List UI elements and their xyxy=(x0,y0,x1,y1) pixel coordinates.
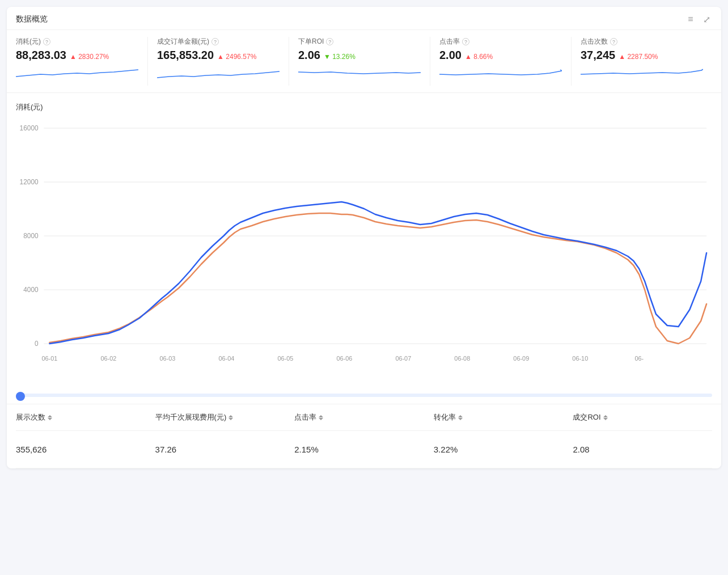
kpi-label-gmv: 成交订单金额(元) ? xyxy=(157,37,280,46)
cell-impressions: 355,626 xyxy=(16,445,155,454)
scrollbar-track[interactable] xyxy=(16,394,712,397)
kpi-change-ctr: ▲ 8.66% xyxy=(465,53,493,61)
sort-cvr-icon[interactable] xyxy=(458,415,463,420)
svg-text:12000: 12000 xyxy=(20,178,39,186)
info-icon-ctr[interactable]: ? xyxy=(462,38,469,45)
col-cvr-label: 转化率 xyxy=(434,412,456,422)
scrollbar-area xyxy=(7,389,721,404)
svg-text:06-10: 06-10 xyxy=(572,355,588,362)
info-icon-clicks[interactable]: ? xyxy=(610,38,617,45)
sort-down-icon xyxy=(48,418,52,420)
svg-text:8000: 8000 xyxy=(23,232,39,240)
sort-cpm-icon[interactable] xyxy=(228,415,233,420)
cell-roi: 2.08 xyxy=(573,445,712,454)
kpi-row: 消耗(元) ? 88,283.03 ▲ 2830.27% 成交订单金额(元) ?… xyxy=(7,30,721,93)
sort-up-icon xyxy=(228,415,233,417)
kpi-sparkline-gmv xyxy=(157,65,280,83)
kpi-change-roi: ▼ 13.26% xyxy=(324,53,355,61)
svg-text:06-08: 06-08 xyxy=(454,355,470,362)
kpi-value-row-roi: 2.06 ▼ 13.26% xyxy=(298,49,421,62)
cell-ctr: 2.15% xyxy=(294,445,434,454)
kpi-label-roi: 下单ROI ? xyxy=(298,37,421,46)
chart-container: 16000 12000 8000 4000 0 06-01 06-02 06-0… xyxy=(16,117,712,389)
kpi-card-roi: 下单ROI ? 2.06 ▼ 13.26% xyxy=(289,37,430,86)
svg-text:16000: 16000 xyxy=(20,124,39,132)
col-roi-label: 成交ROI xyxy=(573,412,600,422)
info-icon-roi[interactable]: ? xyxy=(326,38,333,45)
table-header: 展示次数 平均千次展现费用(元) 点击率 xyxy=(16,404,712,431)
sort-up-icon xyxy=(319,415,323,417)
sort-ctr-icon[interactable] xyxy=(319,415,323,420)
svg-text:06-06: 06-06 xyxy=(336,355,352,362)
col-impressions-label: 展示次数 xyxy=(16,412,45,422)
kpi-value-ctr: 2.00 xyxy=(439,49,462,62)
kpi-label-clicks: 点击次数 ? xyxy=(581,37,703,46)
kpi-change-clicks: ▲ 2287.50% xyxy=(619,53,658,61)
orange-line xyxy=(49,213,706,344)
kpi-change-gmv: ▲ 2496.57% xyxy=(217,53,256,61)
col-header-cpm[interactable]: 平均千次展现费用(元) xyxy=(155,412,295,422)
cell-cvr: 3.22% xyxy=(434,445,573,454)
svg-text:06-04: 06-04 xyxy=(218,355,234,362)
kpi-value-gmv: 165,853.20 xyxy=(157,49,214,62)
kpi-value-row-clicks: 37,245 ▲ 2287.50% xyxy=(581,49,703,62)
kpi-sparkline-ctr xyxy=(439,65,562,83)
svg-text:06-: 06- xyxy=(634,355,644,362)
info-icon-gmv[interactable]: ? xyxy=(211,38,219,45)
expand-icon[interactable]: ≡ xyxy=(685,14,696,25)
col-header-ctr[interactable]: 点击率 xyxy=(294,412,434,422)
kpi-label-spend: 消耗(元) ? xyxy=(16,37,138,46)
sort-roi-icon[interactable] xyxy=(603,415,608,420)
table-section: 展示次数 平均千次展现费用(元) 点击率 xyxy=(7,404,721,468)
sort-down-icon xyxy=(603,418,608,420)
kpi-card-gmv: 成交订单金额(元) ? 165,853.20 ▲ 2496.57% xyxy=(148,37,289,86)
kpi-sparkline-clicks xyxy=(581,65,703,83)
kpi-value-clicks: 37,245 xyxy=(581,49,615,62)
kpi-value-row-gmv: 165,853.20 ▲ 2496.57% xyxy=(157,49,280,62)
kpi-value-spend: 88,283.03 xyxy=(16,49,66,62)
table-row: 355,626 37.26 2.15% 3.22% 2.08 xyxy=(16,431,712,468)
sort-up-icon xyxy=(603,415,608,417)
kpi-card-ctr: 点击率 ? 2.00 ▲ 8.66% xyxy=(430,37,572,86)
kpi-label-ctr: 点击率 ? xyxy=(439,37,562,46)
sort-up-icon xyxy=(458,415,463,417)
svg-text:06-07: 06-07 xyxy=(395,355,411,362)
svg-text:06-01: 06-01 xyxy=(41,355,57,362)
scrollbar-thumb[interactable] xyxy=(16,392,25,401)
col-ctr-label: 点击率 xyxy=(294,412,316,422)
col-cpm-label: 平均千次展现费用(元) xyxy=(155,412,227,422)
blue-line xyxy=(49,202,706,344)
chart-svg: 16000 12000 8000 4000 0 06-01 06-02 06-0… xyxy=(16,117,712,389)
svg-text:0: 0 xyxy=(35,340,39,348)
kpi-change-spend: ▲ 2830.27% xyxy=(70,53,109,61)
cell-cpm: 37.26 xyxy=(155,445,295,454)
kpi-card-clicks: 点击次数 ? 37,245 ▲ 2287.50% xyxy=(572,37,712,86)
kpi-sparkline-spend xyxy=(16,65,138,83)
sort-down-icon xyxy=(458,418,463,420)
kpi-value-roi: 2.06 xyxy=(298,49,320,62)
svg-text:06-05: 06-05 xyxy=(277,355,293,362)
svg-text:06-02: 06-02 xyxy=(100,355,116,362)
kpi-value-row-spend: 88,283.03 ▲ 2830.27% xyxy=(16,49,138,62)
sort-down-icon xyxy=(228,418,233,420)
col-header-roi[interactable]: 成交ROI xyxy=(573,412,712,422)
sort-down-icon xyxy=(319,418,323,420)
sort-impressions-icon[interactable] xyxy=(48,415,52,420)
svg-text:06-09: 06-09 xyxy=(513,355,529,362)
sort-up-icon xyxy=(48,415,52,417)
fullscreen-icon[interactable]: ⤢ xyxy=(701,14,712,25)
chart-y-label: 消耗(元) xyxy=(16,102,712,112)
kpi-sparkline-roi xyxy=(298,65,421,83)
kpi-value-row-ctr: 2.00 ▲ 8.66% xyxy=(439,49,562,62)
chart-section: 消耗(元) 16000 12000 8000 4000 0 06-01 06-0… xyxy=(7,93,721,389)
header-icons: ≡ ⤢ xyxy=(685,14,712,25)
info-icon-spend[interactable]: ? xyxy=(43,38,50,45)
page-title: 数据概览 xyxy=(16,14,48,24)
main-container: 数据概览 ≡ ⤢ 消耗(元) ? 88,283.03 ▲ 2830.27% 成交… xyxy=(7,7,721,468)
kpi-card-spend: 消耗(元) ? 88,283.03 ▲ 2830.27% xyxy=(16,37,148,86)
header: 数据概览 ≡ ⤢ xyxy=(7,7,721,30)
svg-text:4000: 4000 xyxy=(23,286,39,294)
svg-text:06-03: 06-03 xyxy=(159,355,175,362)
col-header-impressions[interactable]: 展示次数 xyxy=(16,412,155,422)
col-header-cvr[interactable]: 转化率 xyxy=(434,412,573,422)
